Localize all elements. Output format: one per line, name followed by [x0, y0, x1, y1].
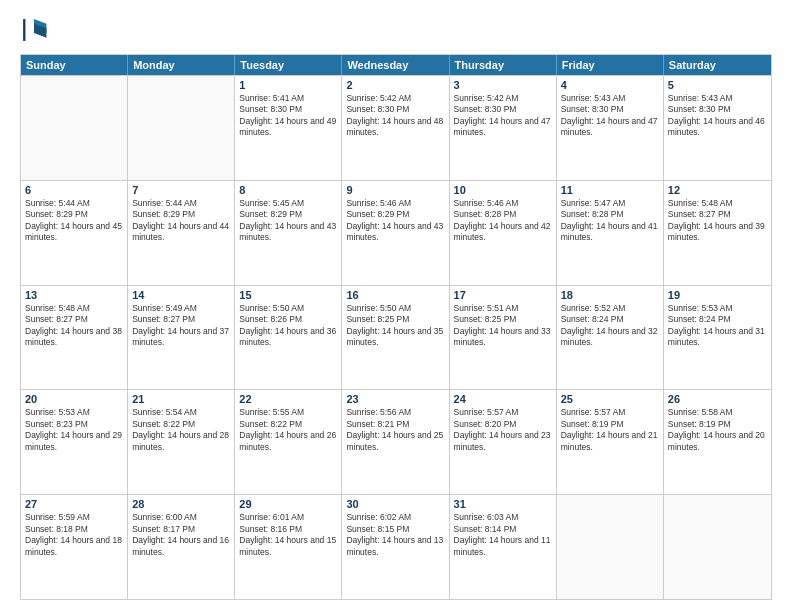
calendar-header-cell: Sunday	[21, 55, 128, 75]
day-number: 26	[668, 393, 767, 405]
day-info: Sunrise: 5:43 AM Sunset: 8:30 PM Dayligh…	[561, 93, 659, 139]
day-number: 1	[239, 79, 337, 91]
day-number: 2	[346, 79, 444, 91]
calendar-cell: 4Sunrise: 5:43 AM Sunset: 8:30 PM Daylig…	[557, 76, 664, 180]
day-number: 12	[668, 184, 767, 196]
day-info: Sunrise: 5:59 AM Sunset: 8:18 PM Dayligh…	[25, 512, 123, 558]
day-info: Sunrise: 6:00 AM Sunset: 8:17 PM Dayligh…	[132, 512, 230, 558]
day-info: Sunrise: 5:57 AM Sunset: 8:19 PM Dayligh…	[561, 407, 659, 453]
calendar-week: 20Sunrise: 5:53 AM Sunset: 8:23 PM Dayli…	[21, 389, 771, 494]
calendar-header-cell: Friday	[557, 55, 664, 75]
calendar-body: 1Sunrise: 5:41 AM Sunset: 8:30 PM Daylig…	[21, 75, 771, 599]
day-number: 8	[239, 184, 337, 196]
calendar-cell: 6Sunrise: 5:44 AM Sunset: 8:29 PM Daylig…	[21, 181, 128, 285]
calendar-header-cell: Thursday	[450, 55, 557, 75]
day-number: 11	[561, 184, 659, 196]
day-info: Sunrise: 5:44 AM Sunset: 8:29 PM Dayligh…	[25, 198, 123, 244]
calendar-cell: 14Sunrise: 5:49 AM Sunset: 8:27 PM Dayli…	[128, 286, 235, 390]
day-info: Sunrise: 5:54 AM Sunset: 8:22 PM Dayligh…	[132, 407, 230, 453]
day-info: Sunrise: 5:51 AM Sunset: 8:25 PM Dayligh…	[454, 303, 552, 349]
day-info: Sunrise: 5:49 AM Sunset: 8:27 PM Dayligh…	[132, 303, 230, 349]
day-info: Sunrise: 5:53 AM Sunset: 8:24 PM Dayligh…	[668, 303, 767, 349]
calendar-cell: 27Sunrise: 5:59 AM Sunset: 8:18 PM Dayli…	[21, 495, 128, 599]
calendar-week: 1Sunrise: 5:41 AM Sunset: 8:30 PM Daylig…	[21, 75, 771, 180]
calendar-header-cell: Saturday	[664, 55, 771, 75]
day-info: Sunrise: 5:42 AM Sunset: 8:30 PM Dayligh…	[346, 93, 444, 139]
calendar-cell	[128, 76, 235, 180]
day-number: 6	[25, 184, 123, 196]
calendar-cell: 17Sunrise: 5:51 AM Sunset: 8:25 PM Dayli…	[450, 286, 557, 390]
day-number: 18	[561, 289, 659, 301]
calendar-week: 6Sunrise: 5:44 AM Sunset: 8:29 PM Daylig…	[21, 180, 771, 285]
page: SundayMondayTuesdayWednesdayThursdayFrid…	[0, 0, 792, 612]
day-info: Sunrise: 5:48 AM Sunset: 8:27 PM Dayligh…	[25, 303, 123, 349]
day-number: 5	[668, 79, 767, 91]
calendar-cell: 25Sunrise: 5:57 AM Sunset: 8:19 PM Dayli…	[557, 390, 664, 494]
calendar-cell: 8Sunrise: 5:45 AM Sunset: 8:29 PM Daylig…	[235, 181, 342, 285]
calendar-header-cell: Tuesday	[235, 55, 342, 75]
day-info: Sunrise: 5:53 AM Sunset: 8:23 PM Dayligh…	[25, 407, 123, 453]
calendar-cell: 1Sunrise: 5:41 AM Sunset: 8:30 PM Daylig…	[235, 76, 342, 180]
day-info: Sunrise: 6:02 AM Sunset: 8:15 PM Dayligh…	[346, 512, 444, 558]
calendar-header-cell: Wednesday	[342, 55, 449, 75]
day-number: 20	[25, 393, 123, 405]
calendar-cell	[664, 495, 771, 599]
day-number: 7	[132, 184, 230, 196]
day-info: Sunrise: 5:42 AM Sunset: 8:30 PM Dayligh…	[454, 93, 552, 139]
calendar-cell: 26Sunrise: 5:58 AM Sunset: 8:19 PM Dayli…	[664, 390, 771, 494]
day-number: 13	[25, 289, 123, 301]
day-info: Sunrise: 5:41 AM Sunset: 8:30 PM Dayligh…	[239, 93, 337, 139]
calendar-cell: 22Sunrise: 5:55 AM Sunset: 8:22 PM Dayli…	[235, 390, 342, 494]
day-number: 30	[346, 498, 444, 510]
day-number: 10	[454, 184, 552, 196]
day-number: 14	[132, 289, 230, 301]
day-number: 24	[454, 393, 552, 405]
day-info: Sunrise: 6:03 AM Sunset: 8:14 PM Dayligh…	[454, 512, 552, 558]
day-number: 15	[239, 289, 337, 301]
calendar-cell: 24Sunrise: 5:57 AM Sunset: 8:20 PM Dayli…	[450, 390, 557, 494]
day-info: Sunrise: 5:48 AM Sunset: 8:27 PM Dayligh…	[668, 198, 767, 244]
calendar-cell: 3Sunrise: 5:42 AM Sunset: 8:30 PM Daylig…	[450, 76, 557, 180]
day-info: Sunrise: 5:47 AM Sunset: 8:28 PM Dayligh…	[561, 198, 659, 244]
day-info: Sunrise: 5:57 AM Sunset: 8:20 PM Dayligh…	[454, 407, 552, 453]
calendar-cell: 13Sunrise: 5:48 AM Sunset: 8:27 PM Dayli…	[21, 286, 128, 390]
day-info: Sunrise: 5:55 AM Sunset: 8:22 PM Dayligh…	[239, 407, 337, 453]
day-info: Sunrise: 6:01 AM Sunset: 8:16 PM Dayligh…	[239, 512, 337, 558]
day-number: 17	[454, 289, 552, 301]
calendar-cell: 12Sunrise: 5:48 AM Sunset: 8:27 PM Dayli…	[664, 181, 771, 285]
logo	[20, 16, 52, 44]
day-number: 23	[346, 393, 444, 405]
calendar-cell: 5Sunrise: 5:43 AM Sunset: 8:30 PM Daylig…	[664, 76, 771, 180]
calendar-cell: 28Sunrise: 6:00 AM Sunset: 8:17 PM Dayli…	[128, 495, 235, 599]
day-info: Sunrise: 5:52 AM Sunset: 8:24 PM Dayligh…	[561, 303, 659, 349]
calendar-cell: 15Sunrise: 5:50 AM Sunset: 8:26 PM Dayli…	[235, 286, 342, 390]
day-number: 29	[239, 498, 337, 510]
calendar-cell: 10Sunrise: 5:46 AM Sunset: 8:28 PM Dayli…	[450, 181, 557, 285]
calendar-cell: 19Sunrise: 5:53 AM Sunset: 8:24 PM Dayli…	[664, 286, 771, 390]
day-info: Sunrise: 5:46 AM Sunset: 8:29 PM Dayligh…	[346, 198, 444, 244]
calendar-week: 27Sunrise: 5:59 AM Sunset: 8:18 PM Dayli…	[21, 494, 771, 599]
day-info: Sunrise: 5:44 AM Sunset: 8:29 PM Dayligh…	[132, 198, 230, 244]
day-number: 21	[132, 393, 230, 405]
day-number: 16	[346, 289, 444, 301]
day-info: Sunrise: 5:45 AM Sunset: 8:29 PM Dayligh…	[239, 198, 337, 244]
day-info: Sunrise: 5:50 AM Sunset: 8:26 PM Dayligh…	[239, 303, 337, 349]
day-info: Sunrise: 5:43 AM Sunset: 8:30 PM Dayligh…	[668, 93, 767, 139]
header	[20, 16, 772, 44]
day-number: 9	[346, 184, 444, 196]
logo-icon	[20, 16, 48, 44]
calendar-cell	[21, 76, 128, 180]
day-info: Sunrise: 5:56 AM Sunset: 8:21 PM Dayligh…	[346, 407, 444, 453]
day-info: Sunrise: 5:58 AM Sunset: 8:19 PM Dayligh…	[668, 407, 767, 453]
calendar-cell: 11Sunrise: 5:47 AM Sunset: 8:28 PM Dayli…	[557, 181, 664, 285]
day-number: 31	[454, 498, 552, 510]
day-number: 27	[25, 498, 123, 510]
calendar-cell: 23Sunrise: 5:56 AM Sunset: 8:21 PM Dayli…	[342, 390, 449, 494]
calendar-header-cell: Monday	[128, 55, 235, 75]
calendar-cell: 9Sunrise: 5:46 AM Sunset: 8:29 PM Daylig…	[342, 181, 449, 285]
day-info: Sunrise: 5:46 AM Sunset: 8:28 PM Dayligh…	[454, 198, 552, 244]
calendar-cell: 7Sunrise: 5:44 AM Sunset: 8:29 PM Daylig…	[128, 181, 235, 285]
day-info: Sunrise: 5:50 AM Sunset: 8:25 PM Dayligh…	[346, 303, 444, 349]
calendar-cell: 31Sunrise: 6:03 AM Sunset: 8:14 PM Dayli…	[450, 495, 557, 599]
calendar-cell: 20Sunrise: 5:53 AM Sunset: 8:23 PM Dayli…	[21, 390, 128, 494]
